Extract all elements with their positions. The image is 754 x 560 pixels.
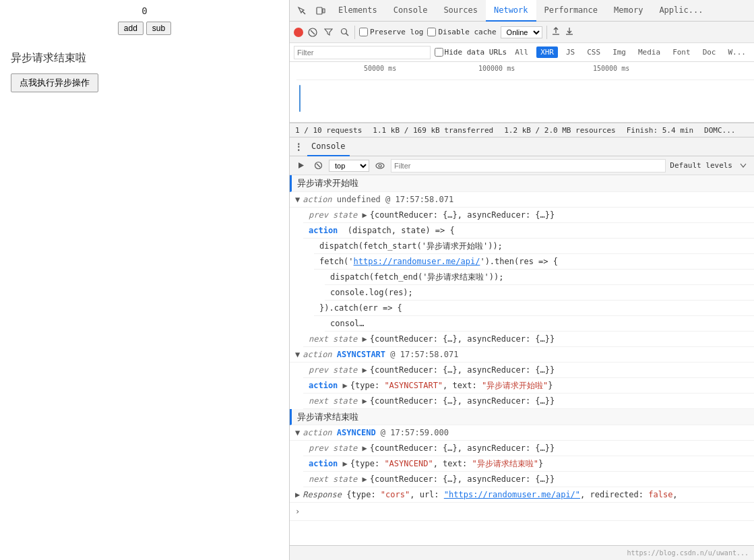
more-tabs-icon[interactable]: ⋮ xyxy=(294,142,303,152)
clear-button[interactable] xyxy=(307,27,318,38)
status-bar: 1 / 10 requests 1.1 kB / 169 kB transfer… xyxy=(290,123,754,137)
console-filter-input[interactable] xyxy=(391,159,666,173)
sub-button[interactable]: sub xyxy=(146,22,171,35)
svg-marker-9 xyxy=(299,162,304,168)
filter-icon[interactable] xyxy=(322,26,334,38)
bottom-bar: https://blog.csdn.n/u/uwant... xyxy=(290,545,754,560)
search-icon[interactable] xyxy=(338,26,350,38)
dispatch-fetch-end: dispatch(fetch_end('异步请求结束啦')); xyxy=(325,270,754,285)
expand-response[interactable]: ▶ xyxy=(295,489,300,501)
expand-icon-1[interactable]: ▼ xyxy=(295,193,300,206)
prompt-arrow: › xyxy=(295,505,300,518)
filter-xhr[interactable]: XHR xyxy=(536,46,558,58)
section-header-end: 异步请求结束啦 xyxy=(290,409,754,426)
eye-icon[interactable] xyxy=(373,159,387,173)
preserve-log-label[interactable]: Preserve log xyxy=(359,28,423,36)
transferred-size: 1.1 kB / 169 kB transferred xyxy=(373,126,493,135)
disable-cache-label[interactable]: Disable cache xyxy=(427,28,496,36)
svg-line-4 xyxy=(311,30,315,34)
expand-icon-2[interactable]: ▼ xyxy=(295,348,300,361)
online-selector[interactable]: Online xyxy=(501,26,542,38)
request-count: 1 / 10 requests xyxy=(295,126,362,135)
prev-state-line-1: prev state ▶ {countReducer: {…}, asyncRe… xyxy=(303,208,754,223)
preserve-log-checkbox[interactable] xyxy=(359,28,368,36)
expand-icon-3[interactable]: ▼ xyxy=(295,427,300,439)
devtools-panel: Elements Console Sources Network Perform… xyxy=(290,0,754,560)
catch-line: }).catch(err => { xyxy=(314,301,754,316)
tab-console[interactable]: Console xyxy=(385,0,436,22)
console-toolbar: top Default levels xyxy=(290,156,754,175)
filter-media[interactable]: Media xyxy=(634,46,664,58)
tab-network[interactable]: Network xyxy=(486,0,536,22)
throttle-select[interactable]: Online xyxy=(501,26,542,38)
filter-js[interactable]: JS xyxy=(562,46,579,58)
action-asyncstart-header[interactable]: ▼ action ASYNCSTART @ 17:57:58.071 xyxy=(290,347,754,363)
console-tab-label[interactable]: Console xyxy=(307,137,350,156)
svg-line-11 xyxy=(317,164,320,167)
filter-img[interactable]: Img xyxy=(608,46,630,58)
next-state-asyncstart: next state ▶ {countReducer: {…}, asyncRe… xyxy=(303,394,754,409)
timeline-area: 50000 ms 100000 ms 150000 ms xyxy=(290,62,754,123)
filter-input[interactable] xyxy=(294,46,431,59)
action-asyncend-obj: action ▶ {type: "ASYNCEND", text: "异步请求结… xyxy=(303,456,754,472)
expand-next-asyncstart[interactable]: ▶ xyxy=(362,395,367,407)
waterfall-bar xyxy=(299,85,301,112)
left-panel: 0 add sub 异步请求结束啦 点我执行异步操作 xyxy=(0,0,290,560)
filter-font[interactable]: Font xyxy=(668,46,695,58)
filter-ws[interactable]: W... xyxy=(724,46,751,58)
svg-point-13 xyxy=(379,164,381,167)
levels-chevron-icon[interactable] xyxy=(736,159,750,173)
async-action-button[interactable]: 点我执行异步操作 xyxy=(11,73,98,92)
record-button[interactable] xyxy=(294,28,303,37)
timeline-mark-2: 100000 ms xyxy=(478,65,515,72)
hide-data-urls-checkbox[interactable] xyxy=(435,48,443,57)
upload-icon[interactable] xyxy=(551,26,561,38)
filter-doc[interactable]: Doc xyxy=(699,46,720,58)
counter-display: 0 xyxy=(0,0,289,19)
svg-point-12 xyxy=(376,163,384,168)
console-clear-icon[interactable] xyxy=(311,159,325,173)
expand-prev-asyncend[interactable]: ▶ xyxy=(362,442,367,454)
response-line[interactable]: ▶ Response {type: "cors", url: "https://… xyxy=(290,487,754,503)
tab-memory[interactable]: Memory xyxy=(606,0,651,22)
tab-performance[interactable]: Performance xyxy=(536,0,606,22)
async-title: 异步请求结束啦 xyxy=(0,38,289,71)
expand-action-asyncstart[interactable]: ▶ xyxy=(343,379,348,392)
console-content[interactable]: 异步请求开始啦 ▼ action undefined @ 17:57:58.07… xyxy=(290,175,754,545)
action-undefined-header[interactable]: ▼ action undefined @ 17:57:58.071 xyxy=(290,192,754,208)
timeline-mark-3: 150000 ms xyxy=(593,65,629,72)
section-header-start: 异步请求开始啦 xyxy=(290,175,754,192)
default-levels-label: Default levels xyxy=(670,161,732,170)
device-icon[interactable] xyxy=(311,1,330,20)
filter-css[interactable]: CSS xyxy=(583,46,604,58)
blog-link: https://blog.csdn.n/u/uwant... xyxy=(627,549,749,557)
add-button[interactable]: add xyxy=(118,22,144,35)
tab-application[interactable]: Applic... xyxy=(651,0,711,22)
expand-next-asyncend[interactable]: ▶ xyxy=(362,473,367,485)
prev-state-asyncstart: prev state ▶ {countReducer: {…}, asyncRe… xyxy=(303,363,754,378)
inspect-icon[interactable] xyxy=(292,1,311,20)
finish-time: Finish: 5.4 min xyxy=(627,126,693,135)
svg-point-5 xyxy=(341,29,346,34)
filter-all[interactable]: All xyxy=(511,46,532,58)
expand-prev-state-1[interactable]: ▶ xyxy=(362,209,367,221)
expand-action-asyncend[interactable]: ▶ xyxy=(343,458,348,470)
console-prompt[interactable]: › xyxy=(290,503,754,521)
svg-line-0 xyxy=(303,11,305,14)
tab-sources[interactable]: Sources xyxy=(435,0,486,22)
counter-value: 0 xyxy=(142,5,147,16)
action-asyncend-header[interactable]: ▼ action ASYNCEND @ 17:57:59.000 xyxy=(290,425,754,441)
tab-elements[interactable]: Elements xyxy=(330,0,385,22)
hide-data-urls-label[interactable]: Hide data URLs xyxy=(435,48,507,57)
expand-prev-asyncstart[interactable]: ▶ xyxy=(362,364,367,376)
svg-line-6 xyxy=(346,34,348,36)
download-icon[interactable] xyxy=(565,26,574,38)
run-icon[interactable] xyxy=(294,159,307,173)
context-select[interactable]: top xyxy=(329,160,369,172)
devtools-tab-bar: Elements Console Sources Network Perform… xyxy=(290,0,754,22)
expand-next-state-1[interactable]: ▶ xyxy=(362,333,367,345)
disable-cache-checkbox[interactable] xyxy=(427,28,436,36)
action-fn-line: action (dispatch, state) => { xyxy=(303,223,754,239)
btn-row: add sub xyxy=(0,19,289,38)
domcontent-time: DOMC... xyxy=(704,126,735,135)
